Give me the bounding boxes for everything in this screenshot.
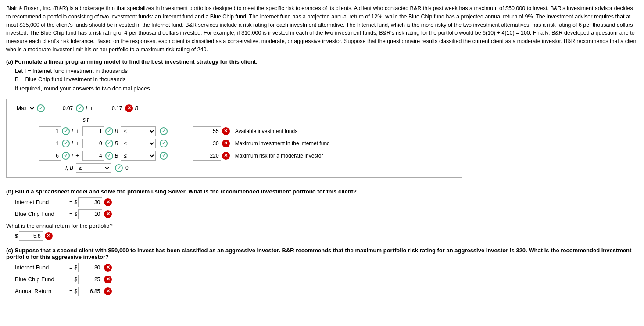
part-b-chip-label: Blue Chip Fund — [15, 211, 68, 217]
nn-vars-label: I, B — [65, 165, 73, 171]
part-c-chip-dollar: $ — [75, 276, 78, 283]
c3-relation-select[interactable]: ≤≥= — [121, 151, 156, 161]
part-c-annual-dollar: $ — [75, 288, 78, 294]
c1-rhs-input[interactable] — [193, 126, 221, 136]
lp-table: Max Min ✓ ✓ I + ✕ B s.t. ✓ I + ✓ B ≤≥= — [6, 99, 462, 178]
c3-coeff-B-check-icon[interactable]: ✓ — [105, 152, 113, 160]
constraint-row-2: ✓ I + ✓ B ≤≥= ✓ ✕ Maximum investment in … — [39, 139, 456, 148]
c3-relation-check-icon[interactable]: ✓ — [160, 152, 168, 160]
st-label: s.t. — [83, 117, 456, 123]
obj-var-I-label: I — [86, 105, 87, 111]
c1-rhs-x-icon[interactable]: ✕ — [222, 127, 230, 135]
nn-check-icon[interactable]: ✓ — [115, 164, 123, 172]
c1-coeff-B-input[interactable] — [82, 126, 104, 136]
direction-check-icon[interactable]: ✓ — [37, 104, 45, 112]
part-c-internet-label: Internet Fund — [15, 264, 68, 271]
c1-relation-check-icon[interactable]: ✓ — [160, 127, 168, 135]
part-c-chip-label: Blue Chip Fund — [15, 276, 68, 283]
c3-var-I: I — [72, 153, 73, 159]
c1-plus: + — [75, 128, 79, 134]
c2-coeff-I-input[interactable] — [39, 139, 61, 148]
obj-plus-label: + — [90, 105, 93, 111]
c1-label: Available investment funds — [235, 128, 298, 134]
non-neg-row: I, B ≥≤= ✓ 0 — [65, 163, 456, 173]
obj-var-B-label: B — [135, 105, 138, 111]
c3-rhs-x-icon[interactable]: ✕ — [222, 152, 230, 160]
direction-select[interactable]: Max Min — [13, 104, 36, 113]
c3-plus: + — [75, 152, 79, 159]
part-b-chip-input[interactable] — [78, 209, 102, 219]
part-c-annual-eq: = — [69, 288, 73, 294]
c2-relation-select[interactable]: ≤≥= — [121, 139, 156, 148]
c1-var-I: I — [72, 128, 73, 134]
annual-question: What is the annual return for the portfo… — [6, 222, 638, 229]
obj-coeff-B-input[interactable] — [98, 104, 124, 113]
intro-paragraph: Blair & Rosen, Inc. (B&R) is a brokerage… — [6, 4, 638, 54]
c2-rhs-input[interactable] — [193, 139, 221, 148]
part-b-annual-input[interactable] — [19, 231, 43, 241]
obj-coeff-B-x-icon[interactable]: ✕ — [125, 104, 133, 112]
part-b-internet-eq: = — [69, 199, 73, 205]
c3-label: Maximum risk for a moderate investor — [235, 153, 323, 159]
c1-coeff-B-check-icon[interactable]: ✓ — [105, 127, 113, 135]
part-b-internet-dollar: $ — [75, 199, 78, 205]
part-c-internet-x-icon[interactable]: ✕ — [104, 264, 112, 272]
c1-coeff-I-input[interactable] — [39, 126, 61, 136]
part-b-chip-dollar: $ — [75, 211, 78, 217]
nn-relation-select[interactable]: ≥≤= — [76, 163, 111, 173]
constraint-row-3: ✓ I + ✓ B ≤≥= ✓ ✕ Maximum risk for a mod… — [39, 151, 456, 161]
c3-coeff-B-input[interactable] — [82, 151, 104, 161]
c3-coeff-I-input[interactable] — [39, 151, 61, 161]
c2-relation-check-icon[interactable]: ✓ — [160, 140, 168, 147]
round-note: If required, round your answers to two d… — [15, 85, 638, 92]
part-c-internet-row: Internet Fund = $ ✕ — [15, 263, 638, 272]
part-b-chip-row: Blue Chip Fund = $ ✕ — [15, 209, 638, 219]
c1-relation-select[interactable]: ≤≥= — [121, 126, 156, 136]
part-b-annual-x-icon[interactable]: ✕ — [45, 232, 53, 240]
part-b-annual-row: $ ✕ — [15, 231, 638, 241]
obj-row: Max Min ✓ ✓ I + ✕ B — [13, 104, 456, 113]
part-c-internet-eq: = — [69, 264, 73, 271]
part-c-annual-row: Annual Return = $ ✕ — [15, 287, 638, 296]
constraint-row-1: ✓ I + ✓ B ≤≥= ✓ ✕ Available investment f… — [39, 126, 456, 136]
part-c-internet-input[interactable] — [78, 263, 102, 272]
c3-rhs-input[interactable] — [193, 151, 221, 161]
part-a-title: (a) Formulate a linear programming model… — [6, 58, 638, 65]
let-i-label: Let I = Internet fund investment in thou… — [15, 68, 638, 74]
c2-label: Maximum investment in the internet fund — [235, 140, 330, 147]
part-b-chip-x-icon[interactable]: ✕ — [104, 210, 112, 218]
c2-rhs-x-icon[interactable]: ✕ — [222, 140, 230, 147]
obj-coeff-I-input[interactable] — [49, 104, 75, 113]
let-b-label: B = Blue Chip fund investment in thousan… — [15, 76, 638, 82]
part-b-title: (b) Build a spreadsheet model and solve … — [6, 188, 638, 195]
part-b-internet-row: Internet Fund = $ ✕ — [15, 197, 638, 207]
obj-coeff-I-check-icon[interactable]: ✓ — [76, 104, 84, 112]
part-c-chip-x-icon[interactable]: ✕ — [104, 276, 112, 283]
c2-var-I: I — [72, 140, 73, 147]
part-b-internet-x-icon[interactable]: ✕ — [104, 198, 112, 206]
nn-rhs-label: 0 — [125, 165, 129, 171]
part-c-annual-input[interactable] — [78, 287, 102, 296]
part-c-chip-row: Blue Chip Fund = $ ✕ — [15, 275, 638, 284]
part-b-internet-label: Internet Fund — [15, 199, 68, 205]
part-b-internet-input[interactable] — [78, 197, 102, 207]
part-c-section: (c) Suppose that a second client with $5… — [6, 247, 638, 296]
c1-coeff-I-check-icon[interactable]: ✓ — [62, 127, 70, 135]
c2-coeff-I-check-icon[interactable]: ✓ — [62, 140, 70, 147]
c2-plus: + — [75, 140, 79, 147]
part-c-chip-eq: = — [69, 276, 73, 283]
c3-coeff-I-check-icon[interactable]: ✓ — [62, 152, 70, 160]
part-c-annual-label: Annual Return — [15, 288, 68, 294]
part-b-annual-dollar: $ — [15, 233, 18, 239]
c1-var-B: B — [115, 128, 118, 134]
constraints-section: ✓ I + ✓ B ≤≥= ✓ ✕ Available investment f… — [39, 126, 456, 161]
c2-coeff-B-check-icon[interactable]: ✓ — [105, 140, 113, 147]
part-b-chip-eq: = — [69, 211, 73, 217]
c2-var-B: B — [115, 140, 118, 147]
c2-coeff-B-input[interactable] — [82, 139, 104, 148]
part-c-chip-input[interactable] — [78, 275, 102, 284]
part-c-internet-dollar: $ — [75, 265, 78, 271]
part-b-section: (b) Build a spreadsheet model and solve … — [6, 188, 638, 241]
part-c-annual-x-icon[interactable]: ✕ — [104, 287, 112, 295]
part-c-title: (c) Suppose that a second client with $5… — [6, 247, 638, 260]
